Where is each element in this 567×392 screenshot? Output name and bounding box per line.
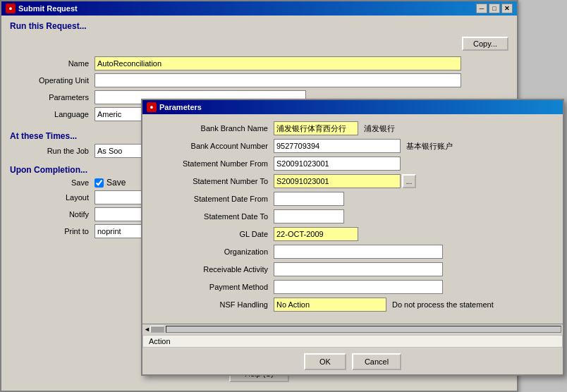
- parameters-label: Parameters: [10, 93, 94, 102]
- nsf-handling-input[interactable]: [274, 298, 386, 312]
- organization-label: Organization: [154, 247, 274, 256]
- operating-unit-input[interactable]: [94, 73, 461, 87]
- params-content: Bank Branch Name 浦发银行 Bank Account Numbe…: [142, 114, 563, 321]
- gl-date-row: GL Date: [154, 227, 551, 241]
- scroll-track[interactable]: [166, 326, 561, 333]
- statement-number-to-input[interactable]: [274, 174, 401, 188]
- operating-unit-label: Operating Unit: [10, 76, 94, 85]
- statement-date-to-input[interactable]: [274, 209, 344, 223]
- submit-titlebar: ● Submit Request ─ □ ✕: [1, 1, 517, 16]
- maximize-button[interactable]: □: [489, 4, 500, 13]
- receivable-activity-input[interactable]: [274, 262, 443, 276]
- gl-date-label: GL Date: [154, 230, 274, 238]
- organization-input[interactable]: [274, 245, 443, 259]
- run-request-label: Run this Request...: [10, 21, 508, 31]
- copy-btn-row: Copy...: [10, 37, 508, 51]
- submit-window-title: Submit Request: [18, 4, 78, 13]
- scroll-left-icon[interactable]: ◄: [144, 326, 150, 333]
- bank-account-number-input[interactable]: [274, 139, 401, 153]
- close-button[interactable]: ✕: [501, 4, 513, 13]
- action-bar: Action: [142, 335, 563, 348]
- organization-row: Organization: [154, 245, 551, 259]
- nsf-handling-extra: Do not process the statement: [392, 300, 494, 309]
- bank-branch-name-label: Bank Branch Name: [154, 124, 274, 133]
- nsf-handling-row: NSF Handling Do not process the statemen…: [154, 298, 551, 312]
- statement-date-to-label: Statement Date To: [154, 212, 274, 221]
- bank-branch-name-input[interactable]: [274, 121, 358, 135]
- save-label: Save: [10, 178, 94, 187]
- minimize-button[interactable]: ─: [476, 4, 487, 13]
- bank-account-number-row: Bank Account Number 基本银行账户: [154, 139, 551, 153]
- receivable-activity-label: Receivable Activity: [154, 265, 274, 274]
- name-input[interactable]: [94, 56, 461, 71]
- params-titlebar: ● Parameters: [142, 100, 563, 114]
- copy-button[interactable]: Copy...: [462, 37, 508, 51]
- name-label: Name: [10, 59, 94, 68]
- ok-button[interactable]: OK: [304, 353, 346, 370]
- submit-titlebar-left: ● Submit Request: [6, 4, 78, 13]
- horizontal-scrollbar[interactable]: ◄: [142, 324, 563, 333]
- operating-unit-row: Operating Unit: [10, 73, 508, 87]
- nsf-handling-label: NSF Handling: [154, 300, 274, 309]
- statement-date-from-input[interactable]: [274, 192, 344, 206]
- statement-number-from-label: Statement Number From: [154, 159, 274, 168]
- statement-date-to-row: Statement Date To: [154, 209, 551, 223]
- payment-method-label: Payment Method: [154, 283, 274, 291]
- name-row: Name: [10, 56, 508, 71]
- layout-label: Layout: [10, 193, 94, 202]
- statement-number-to-label: Statement Number To: [154, 177, 274, 185]
- language-label: Language: [10, 110, 94, 118]
- statement-date-from-row: Statement Date From: [154, 192, 551, 206]
- submit-window-icon: ●: [6, 4, 16, 13]
- statement-number-to-browse-button[interactable]: ...: [402, 174, 416, 188]
- titlebar-buttons: ─ □ ✕: [476, 4, 513, 13]
- statement-date-from-label: Statement Date From: [154, 195, 274, 203]
- receivable-activity-row: Receivable Activity: [154, 262, 551, 276]
- payment-method-input[interactable]: [274, 280, 443, 294]
- bank-branch-name-extra: 浦发银行: [364, 123, 395, 134]
- statement-number-to-row: Statement Number To ...: [154, 174, 551, 188]
- print-to-label: Print to: [10, 227, 94, 235]
- statement-number-from-input[interactable]: [274, 157, 401, 171]
- gl-date-input[interactable]: [274, 227, 358, 241]
- save-checkbox-label: Save: [106, 178, 126, 188]
- save-checkbox-row: Save: [94, 178, 126, 188]
- bank-account-number-extra: 基本银行账户: [406, 141, 453, 152]
- cancel-button[interactable]: Cancel: [352, 353, 401, 370]
- bank-account-number-label: Bank Account Number: [154, 142, 274, 150]
- bank-branch-name-row: Bank Branch Name 浦发银行: [154, 121, 551, 135]
- statement-number-from-row: Statement Number From: [154, 157, 551, 171]
- notify-label: Notify: [10, 210, 94, 219]
- scroll-thumb[interactable]: [150, 326, 164, 333]
- payment-method-row: Payment Method: [154, 280, 551, 294]
- save-checkbox[interactable]: [94, 178, 104, 188]
- run-the-job-label: Run the Job: [10, 147, 94, 155]
- parameters-window: ● Parameters Bank Branch Name 浦发银行 Bank …: [141, 99, 564, 376]
- params-window-title: Parameters: [159, 103, 202, 111]
- action-bar-label: Action: [149, 337, 171, 345]
- params-window-icon: ●: [147, 102, 157, 112]
- params-bottom-buttons: OK Cancel: [142, 348, 563, 374]
